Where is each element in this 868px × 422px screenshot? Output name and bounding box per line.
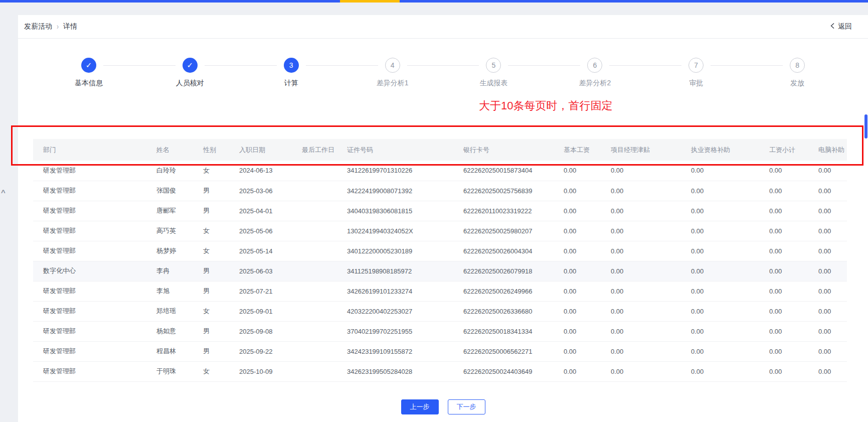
- table-cell: 340122200005230189: [337, 241, 453, 261]
- next-step-button[interactable]: 下一步: [448, 399, 485, 414]
- step-connector: [645, 65, 681, 66]
- table-cell: 研发管理部: [33, 321, 146, 341]
- table-cell: 2024-06-13: [229, 161, 292, 181]
- table-cell: [292, 181, 337, 201]
- table-cell: 6222620250025980207: [453, 221, 554, 241]
- table-row: 研发管理部李旭男2025-07-213426261991012332746222…: [33, 281, 847, 301]
- table-cell: 0.00: [554, 241, 601, 261]
- step-1[interactable]: ✓基本信息: [38, 57, 139, 107]
- table-cell: 0.00: [554, 201, 601, 221]
- step-connector: [711, 65, 747, 66]
- column-header: 姓名: [146, 139, 193, 161]
- table-cell: 0.00: [759, 301, 808, 321]
- table-cell: 2025-03-06: [229, 181, 292, 201]
- table-cell: 男: [193, 341, 229, 361]
- table-cell: 6222620250024403649: [453, 361, 554, 381]
- table-cell: 6222620110023319222: [453, 201, 554, 221]
- table-cell: 0.00: [601, 341, 681, 361]
- table-cell: 0.00: [601, 201, 681, 221]
- table-cell: 6222620250025756839: [453, 181, 554, 201]
- step-connector: [609, 65, 645, 66]
- table-cell: 0.00: [554, 181, 601, 201]
- table-cell: 0.00: [554, 361, 601, 381]
- table-cell: 0.00: [808, 161, 847, 181]
- table-cell: 女: [193, 361, 229, 381]
- chevron-left-icon: [830, 23, 835, 31]
- column-header: 证件号码: [337, 139, 453, 161]
- column-header: 基本工资: [554, 139, 601, 161]
- table-cell: 0.00: [601, 321, 681, 341]
- table-cell: 杨梦婷: [146, 241, 193, 261]
- page-header: 发薪活动 › 详情 返回: [18, 15, 868, 39]
- table-cell: 0.00: [759, 341, 808, 361]
- step-8[interactable]: 8发放: [747, 57, 848, 107]
- table-cell: 2025-10-09: [229, 361, 292, 381]
- table-cell: [292, 361, 337, 381]
- column-header: 入职日期: [229, 139, 292, 161]
- table-cell: 2025-09-22: [229, 341, 292, 361]
- table-cell: 0.00: [808, 281, 847, 301]
- column-header: 电脑补助: [808, 139, 847, 161]
- table-row: 研发管理部杨梦婷女2025-05-14340122200005230189622…: [33, 241, 847, 261]
- step-2[interactable]: ✓人员核对: [139, 57, 241, 107]
- table-cell: 程昌林: [146, 341, 193, 361]
- table-cell: 0.00: [681, 341, 759, 361]
- table-cell: 2025-06-03: [229, 261, 292, 281]
- table-cell: 研发管理部: [33, 181, 146, 201]
- column-header: 执业资格补助: [681, 139, 759, 161]
- column-header: 工资小计: [759, 139, 808, 161]
- table-cell: 女: [193, 161, 229, 181]
- step-number: 3: [284, 58, 299, 73]
- table-cell: 0.00: [808, 241, 847, 261]
- scrollbar-thumb[interactable]: [864, 114, 867, 138]
- table-cell: 男: [193, 261, 229, 281]
- step-check-icon: ✓: [81, 58, 96, 73]
- step-number: 4: [385, 58, 400, 73]
- step-3[interactable]: 3计算: [241, 57, 342, 107]
- table-cell: 2025-04-01: [229, 201, 292, 221]
- step-label: 基本信息: [75, 79, 103, 88]
- step-connector: [544, 65, 580, 66]
- table-cell: 研发管理部: [33, 341, 146, 361]
- table-cell: 0.00: [759, 261, 808, 281]
- step-connector: [407, 65, 443, 66]
- sidebar-collapse-toggle[interactable]: ^: [1, 189, 6, 196]
- table-cell: 0.00: [808, 221, 847, 241]
- table-cell: 研发管理部: [33, 201, 146, 221]
- table-cell: 女: [193, 221, 229, 241]
- table-cell: 0.00: [759, 201, 808, 221]
- table-cell: 6222620250026079918: [453, 261, 554, 281]
- table-cell: 女: [193, 301, 229, 321]
- table-cell: 370402199702251955: [337, 321, 453, 341]
- table-cell: 0.00: [681, 261, 759, 281]
- table-cell: [292, 241, 337, 261]
- step-connector: [306, 65, 342, 66]
- table-cell: 0.00: [759, 361, 808, 381]
- prev-step-button[interactable]: 上一步: [401, 399, 439, 414]
- table-cell: 0.00: [759, 221, 808, 241]
- table-cell: 白玲玲: [146, 161, 193, 181]
- table-row: 研发管理部白玲玲女2024-06-13341226199701310226622…: [33, 161, 847, 181]
- table-cell: 0.00: [601, 301, 681, 321]
- step-label: 计算: [284, 79, 298, 88]
- table-cell: 0.00: [601, 241, 681, 261]
- table-row: 研发管理部唐郦军男2025-04-01340403198306081815622…: [33, 201, 847, 221]
- table-row: 研发管理部郑培瑶女2025-09-01420322200402253027622…: [33, 301, 847, 321]
- step-7[interactable]: 7审批: [645, 57, 747, 107]
- table-cell: 2025-07-21: [229, 281, 292, 301]
- step-number: 5: [486, 58, 501, 73]
- annotation-note: 大于10条每页时，首行固定: [479, 98, 612, 113]
- table-cell: 6222620250006562271: [453, 341, 554, 361]
- stepper: ✓基本信息✓人员核对3计算4差异分析15生成报表6差异分析27审批8发放: [38, 57, 848, 107]
- main-card: 发薪活动 › 详情 返回 ✓基本信息✓人员核对3计算4差异分析15生成报表6差异…: [18, 15, 868, 422]
- table-cell: 0.00: [554, 161, 601, 181]
- table-cell: 342224199008071392: [337, 181, 453, 201]
- back-button[interactable]: 返回: [827, 22, 855, 32]
- table-row: 研发管理部于明珠女2025-10-09342623199505284028622…: [33, 361, 847, 381]
- table-cell: 0.00: [681, 201, 759, 221]
- table-cell: 6222620250018341334: [453, 321, 554, 341]
- table-cell: [292, 261, 337, 281]
- breadcrumb-item-payroll-activity[interactable]: 发薪活动: [24, 22, 52, 31]
- table-cell: 高巧英: [146, 221, 193, 241]
- step-4[interactable]: 4差异分析1: [342, 57, 443, 107]
